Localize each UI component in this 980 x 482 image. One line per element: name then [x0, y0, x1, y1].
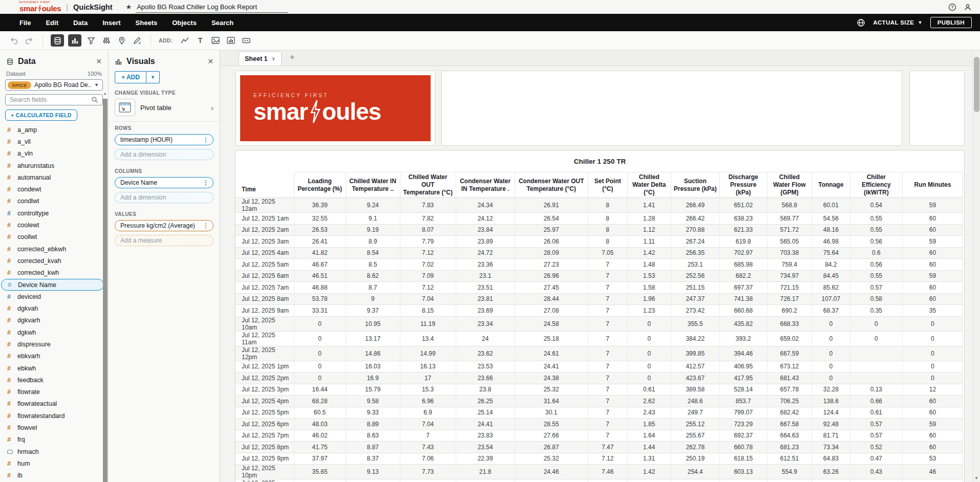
- undo-button[interactable]: [7, 34, 20, 47]
- scroll-up-icon[interactable]: ▲: [103, 91, 107, 96]
- field-item-automanual[interactable]: #automanual: [0, 171, 108, 183]
- field-item-a_vll[interactable]: #a_vll: [0, 136, 108, 147]
- rows-add-dimension-dropzone[interactable]: Add a dimension: [115, 149, 214, 160]
- field-item-dgkwh[interactable]: #dgkwh: [0, 326, 108, 338]
- value-cell: 32.55: [294, 213, 346, 225]
- menu-item-data[interactable]: Data: [73, 19, 88, 27]
- menu-item-objects[interactable]: Objects: [172, 19, 197, 27]
- close-icon[interactable]: ✕: [207, 57, 214, 65]
- field-item-coolewt[interactable]: #coolewt: [0, 219, 108, 231]
- field-item-flowrateactual[interactable]: #flowrateactual: [0, 398, 108, 410]
- toolbar-filter-button[interactable]: [84, 34, 98, 47]
- globe-icon[interactable]: [857, 18, 865, 27]
- toolbar-dataset-button[interactable]: [51, 34, 64, 47]
- rows-field-pill[interactable]: timestamp (HOUR) ⋮: [115, 134, 214, 145]
- field-item-condlwt[interactable]: #condlwt: [0, 195, 108, 207]
- add-visual-button[interactable]: [224, 34, 238, 47]
- field-item-corrected_kvah[interactable]: #corrected_kvah: [0, 255, 108, 267]
- field-item-corrected_ebkwh[interactable]: #corrected_ebkwh: [0, 243, 108, 255]
- sheet-tab[interactable]: Sheet 1 ∨: [239, 51, 282, 65]
- toolbar-actions-button[interactable]: [115, 34, 129, 47]
- field-item-dgkvah[interactable]: #dgkvah: [0, 302, 108, 314]
- field-item-ebkvarh[interactable]: #ebkvarh: [0, 350, 108, 362]
- menu-item-insert[interactable]: Insert: [102, 19, 120, 27]
- field-item-a_amp[interactable]: #a_amp: [0, 124, 108, 136]
- empty-visual-narrow[interactable]: [909, 71, 965, 146]
- field-item-controltype[interactable]: #controltype: [0, 207, 108, 219]
- field-item-device-name[interactable]: =Device Name: [1, 279, 104, 291]
- scrollbar-thumb[interactable]: [103, 99, 108, 482]
- toolbar-edit-button[interactable]: [131, 34, 144, 47]
- values-field-pill[interactable]: Pressure kg/cm2 (Average) ⋮: [115, 220, 214, 231]
- data-panel-scrollbar[interactable]: ▲: [102, 91, 108, 482]
- field-item-flowvel[interactable]: #flowvel: [0, 422, 108, 433]
- search-fields-input[interactable]: Search fields: [5, 94, 103, 105]
- field-item-ebkwh[interactable]: #ebkwh: [0, 362, 108, 374]
- value-cell: [850, 346, 902, 361]
- kebab-menu-icon[interactable]: ⋮: [200, 136, 209, 143]
- favorite-star-icon[interactable]: ★: [126, 3, 132, 11]
- columns-add-dimension-dropzone[interactable]: Add a dimension: [115, 192, 214, 203]
- logo-image-visual[interactable]: EFFICIENCY FIRST smar oules: [236, 71, 435, 146]
- field-item-condewt[interactable]: #condewt: [0, 183, 108, 195]
- add-calculated-field-button[interactable]: + CALCULATED FIELD: [5, 109, 77, 121]
- dataset-selector[interactable]: SPICE Apollo BG Road De... ▼: [5, 79, 103, 91]
- field-item-dgkvarh[interactable]: #dgkvarh: [0, 315, 108, 326]
- field-item-hrmach[interactable]: hrmach: [0, 446, 108, 457]
- value-cell: 9.19: [346, 224, 400, 236]
- user-icon[interactable]: [964, 3, 972, 11]
- columns-field-pill[interactable]: Device Name ⋮: [115, 177, 214, 188]
- field-item-corrected_kwh[interactable]: #corrected_kwh: [0, 267, 108, 279]
- visual-type-row[interactable]: Pivot table ›: [109, 98, 220, 122]
- canvas-scrollbar[interactable]: ▼: [972, 50, 980, 482]
- field-item-ahurunstatus[interactable]: #ahurunstatus: [0, 160, 108, 171]
- add-control-button[interactable]: [240, 34, 253, 47]
- add-line-chart-button[interactable]: [178, 34, 191, 47]
- value-cell: 68.28: [294, 396, 346, 407]
- pivot-table-icon[interactable]: [115, 99, 135, 116]
- empty-visual-wide[interactable]: [441, 71, 902, 146]
- kebab-menu-icon[interactable]: ⋮: [200, 179, 209, 186]
- kebab-menu-icon[interactable]: ⋮: [200, 222, 209, 229]
- value-cell: 27.45: [515, 282, 588, 294]
- field-item-flowratestandard[interactable]: #flowratestandard: [0, 410, 108, 422]
- field-item-dispressure[interactable]: #dispressure: [0, 338, 108, 350]
- value-cell: 1.42: [627, 465, 671, 479]
- field-item-ib[interactable]: #ib: [0, 470, 108, 481]
- toolbar-parameters-button[interactable]: [100, 34, 113, 47]
- zoom-level-dropdown[interactable]: ACTUAL SIZE ▼: [873, 19, 923, 26]
- value-cell: 37.97: [294, 453, 346, 465]
- field-item-deviceid[interactable]: #deviceid: [0, 291, 108, 302]
- field-item-coollwt[interactable]: #coollwt: [0, 231, 108, 243]
- add-text-button[interactable]: T: [194, 34, 207, 47]
- help-icon[interactable]: ?: [948, 3, 956, 11]
- add-sheet-button[interactable]: +: [290, 52, 295, 63]
- menu-item-file[interactable]: File: [19, 19, 31, 27]
- scroll-down-icon[interactable]: ▼: [973, 476, 980, 480]
- add-image-button[interactable]: [209, 34, 222, 47]
- publish-button[interactable]: PUBLISH: [930, 17, 972, 28]
- numeric-field-icon: #: [7, 138, 16, 145]
- document-title-input[interactable]: Apollo BG Road Chiller Log Book Report: [136, 2, 288, 13]
- chevron-right-icon[interactable]: ›: [211, 103, 214, 112]
- close-icon[interactable]: ✕: [96, 57, 102, 65]
- pivot-table-visual[interactable]: Chiller 1 250 TR TimeLoading Percentage …: [235, 150, 965, 482]
- table-row: Jul 12, 2025 1am32.559.17.8224.1226.5481…: [236, 213, 963, 225]
- field-item-flowrate[interactable]: #flowrate: [0, 386, 108, 398]
- menu-item-sheets[interactable]: Sheets: [136, 19, 158, 27]
- field-item-feedback[interactable]: #feedback: [0, 374, 108, 386]
- chevron-down-icon[interactable]: ∨: [271, 56, 275, 61]
- value-cell: 565.05: [767, 236, 812, 248]
- field-item-hum[interactable]: #hum: [0, 457, 108, 469]
- toolbar-visuals-button[interactable]: [68, 34, 81, 47]
- add-visual-caret[interactable]: ▼: [146, 71, 160, 83]
- menu-item-search[interactable]: Search: [211, 19, 233, 27]
- field-item-a_vln[interactable]: #a_vln: [0, 148, 108, 160]
- values-add-measure-dropzone[interactable]: Add a measure: [115, 235, 214, 246]
- scrollbar-thumb[interactable]: [974, 57, 979, 112]
- redo-button[interactable]: [23, 34, 36, 47]
- field-item-frq[interactable]: #frq: [0, 434, 108, 446]
- add-visual-button[interactable]: + ADD: [115, 71, 146, 83]
- menu-item-edit[interactable]: Edit: [46, 19, 58, 27]
- value-cell: 7: [588, 316, 627, 331]
